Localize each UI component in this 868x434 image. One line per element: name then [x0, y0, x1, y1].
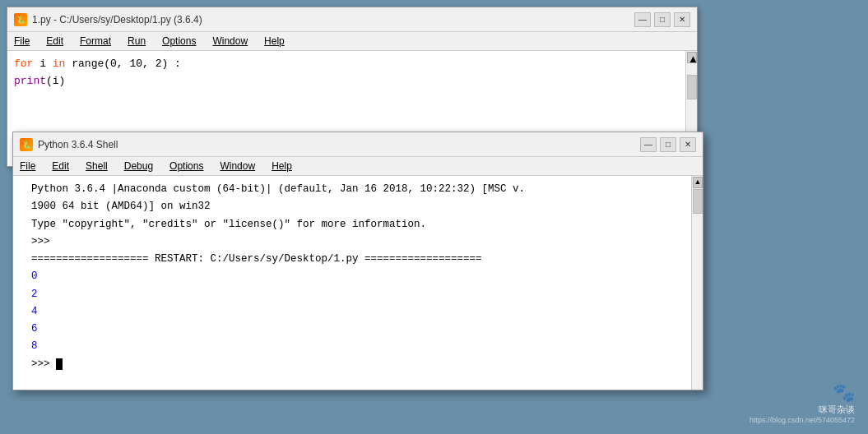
shell-line-2: 1900 64 bit (AMD64)] on win32 — [31, 198, 688, 215]
main-title-left: 🐍 1.py - C:/Users/sy/Desktop/1.py (3.6.4… — [14, 13, 202, 26]
main-minimize-button[interactable]: — — [634, 12, 651, 27]
shell-menu-window[interactable]: Window — [216, 159, 258, 173]
shell-title-left: 🐍 Python 3.6.4 Shell — [20, 138, 118, 151]
main-window-controls: — □ ✕ — [634, 12, 690, 27]
menu-edit[interactable]: Edit — [43, 34, 67, 48]
menu-file[interactable]: File — [11, 34, 33, 48]
shell-menu-debug[interactable]: Debug — [121, 159, 156, 173]
main-close-button[interactable]: ✕ — [674, 12, 690, 27]
menu-format[interactable]: Format — [77, 34, 114, 48]
shell-window-title: Python 3.6.4 Shell — [38, 139, 118, 150]
main-menu-bar: File Edit Format Run Options Window Help — [7, 32, 697, 51]
main-window-icon: 🐍 — [14, 13, 27, 26]
shell-window: 🐍 Python 3.6.4 Shell — □ ✕ File Edit She… — [12, 132, 703, 390]
shell-minimize-button[interactable]: — — [640, 137, 657, 152]
code-line-2: print(i) — [14, 73, 690, 90]
shell-menu-shell[interactable]: Shell — [82, 159, 111, 173]
main-maximize-button[interactable]: □ — [654, 12, 671, 27]
shell-menu-edit[interactable]: Edit — [49, 159, 72, 173]
shell-window-icon: 🐍 — [20, 138, 33, 151]
shell-num-8: 8 — [31, 338, 688, 355]
shell-num-6: 6 — [31, 321, 688, 338]
code-line-1: for i in range(0, 10, 2) : — [14, 56, 690, 73]
shell-menu-help[interactable]: Help — [268, 159, 295, 173]
shell-last-prompt[interactable]: >>> — [31, 356, 688, 373]
shell-maximize-button[interactable]: □ — [660, 137, 676, 152]
shell-cursor — [56, 358, 63, 370]
menu-options[interactable]: Options — [159, 34, 199, 48]
shell-content-wrapper: d 6 Python 3.6.4 |Anaconda custom (64-bi… — [13, 176, 703, 390]
main-title-bar: 🐍 1.py - C:/Users/sy/Desktop/1.py (3.6.4… — [7, 7, 697, 32]
shell-menu-file[interactable]: File — [16, 159, 39, 173]
shell-num-4: 4 — [31, 303, 688, 321]
shell-menu-options[interactable]: Options — [166, 159, 207, 173]
scroll-up-btn[interactable]: ▲ — [687, 52, 697, 63]
shell-close-button[interactable]: ✕ — [680, 137, 696, 152]
shell-window-controls: — □ ✕ — [640, 137, 696, 152]
shell-line-1: Python 3.6.4 |Anaconda custom (64-bit)| … — [31, 181, 688, 198]
shell-first-prompt: >>> — [31, 233, 688, 251]
shell-menu-bar: File Edit Shell Debug Options Window Hel… — [13, 157, 703, 176]
shell-scrollbar[interactable]: ▲ — [691, 176, 703, 390]
menu-window[interactable]: Window — [209, 34, 251, 48]
menu-run[interactable]: Run — [124, 34, 149, 48]
watermark-icon: 🐾 — [750, 382, 855, 404]
shell-scrollbar-thumb[interactable] — [693, 189, 703, 214]
shell-output-area[interactable]: Python 3.6.4 |Anaconda custom (64-bit)| … — [13, 176, 703, 390]
shell-num-0: 0 — [31, 268, 688, 285]
shell-line-3: Type "copyright", "credits" or "license(… — [31, 216, 688, 233]
watermark-url: https://blog.csdn.net/574055472 — [750, 416, 855, 424]
menu-help[interactable]: Help — [261, 34, 288, 48]
shell-num-2: 2 — [31, 286, 688, 303]
shell-scroll-up-btn[interactable]: ▲ — [693, 177, 703, 188]
watermark-text: 咪哥杂谈 — [750, 404, 855, 416]
watermark: 🐾 咪哥杂谈 https://blog.csdn.net/574055472 — [750, 382, 855, 424]
shell-title-bar: 🐍 Python 3.6.4 Shell — □ ✕ — [13, 132, 703, 157]
scrollbar-thumb[interactable] — [687, 75, 697, 99]
shell-restart-line: =================== RESTART: C:/Users/sy… — [31, 251, 688, 268]
main-window-title: 1.py - C:/Users/sy/Desktop/1.py (3.6.4) — [32, 14, 202, 25]
